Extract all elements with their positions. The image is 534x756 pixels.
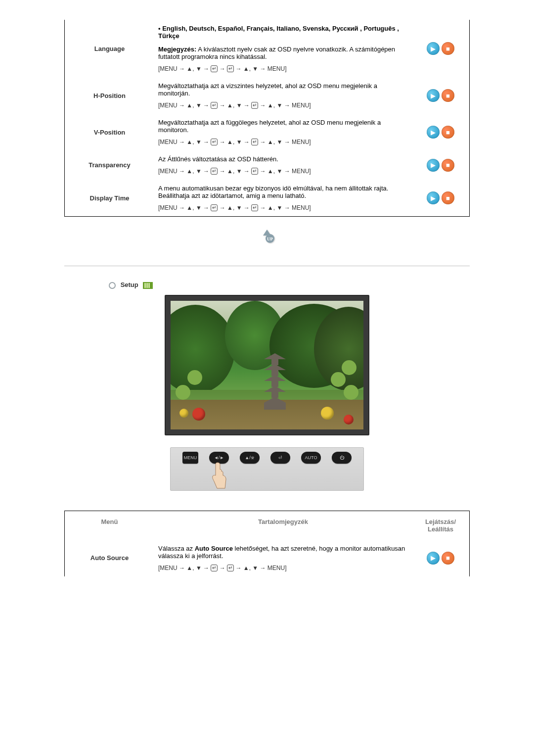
hw-btn-updown[interactable]: ▲/※ bbox=[240, 452, 260, 464]
col-header-content: Tartalomjegyzék bbox=[154, 511, 412, 540]
nav-path-hposition: [MENU → ▲, ▼ → ↵ → ▲, ▼ → ↵ → ▲, ▼ → MEN… bbox=[158, 102, 408, 109]
stop-icon[interactable]: ■ bbox=[442, 42, 454, 55]
play-icon[interactable]: ▶ bbox=[427, 89, 440, 102]
stop-icon[interactable]: ■ bbox=[442, 552, 454, 565]
autosource-text-bold: Auto Source bbox=[195, 545, 233, 552]
hw-btn-enter[interactable]: ⏎ bbox=[270, 452, 290, 464]
play-icon[interactable]: ▶ bbox=[427, 552, 440, 565]
play-stop-group: ▶ ■ bbox=[427, 159, 454, 172]
col-header-play: Lejátszás/ Leállítás bbox=[412, 511, 470, 540]
nav-path-language: [MENU → ▲, ▼ → ↵ → ↵ → ▲, ▼ → MENU] bbox=[158, 65, 408, 72]
svg-text:UP: UP bbox=[267, 236, 273, 241]
row-hposition-label: H-Position bbox=[65, 77, 155, 114]
hposition-text: Megváltoztathatja azt a vizszintes helyz… bbox=[158, 82, 408, 97]
autosource-text-pre: Válassza az bbox=[158, 545, 195, 552]
language-options: English, Deutsch, Español, Français, Ita… bbox=[158, 25, 408, 40]
play-stop-group: ▶ ■ bbox=[427, 89, 454, 102]
vposition-text: Megváltoztathatja azt a függöleges helyz… bbox=[158, 119, 408, 134]
hw-btn-power[interactable]: ⏻ bbox=[332, 452, 352, 464]
stop-icon[interactable]: ■ bbox=[442, 126, 454, 139]
row-autosource-label: Auto Source bbox=[65, 540, 155, 576]
setup-title: Setup bbox=[121, 281, 138, 288]
up-link[interactable]: UP bbox=[64, 227, 470, 246]
row-transparency-label: Transparency bbox=[65, 150, 155, 180]
transparency-text: Az Áttlűnés változtatása az OSD hátterén… bbox=[158, 155, 408, 163]
section-divider bbox=[64, 266, 470, 266]
stop-icon[interactable]: ■ bbox=[442, 89, 454, 102]
nav-path-transparency: [MENU → ▲, ▼ → ↵ → ▲, ▼ → ↵ → ▲, ▼ → MEN… bbox=[158, 168, 408, 175]
displaytime-text: A menu automatikusan bezar egy bizonyos … bbox=[158, 185, 408, 199]
setup-heading: Setup bbox=[64, 281, 470, 289]
setup-tag-icon bbox=[143, 282, 153, 289]
note-label: Megjegyzés: bbox=[158, 46, 196, 53]
row-language-label: Language bbox=[65, 20, 155, 77]
nav-path-vposition: [MENU → ▲, ▼ → ↵ → ▲, ▼ → ↵ → ▲, ▼ → MEN… bbox=[158, 139, 408, 145]
pointing-hand-icon bbox=[208, 462, 228, 491]
play-icon[interactable]: ▶ bbox=[427, 42, 440, 55]
play-stop-group: ▶ ■ bbox=[427, 552, 454, 565]
stop-icon[interactable]: ■ bbox=[442, 159, 454, 172]
play-icon[interactable]: ▶ bbox=[427, 159, 440, 172]
play-icon[interactable]: ▶ bbox=[427, 191, 440, 204]
play-stop-group: ▶ ■ bbox=[427, 42, 454, 55]
hw-btn-auto[interactable]: AUTO bbox=[301, 452, 321, 464]
row-displaytime-label: Display Time bbox=[65, 180, 155, 217]
row-transparency-content: Az Áttlűnés változtatása az OSD hátterén… bbox=[154, 150, 412, 180]
stop-icon[interactable]: ■ bbox=[442, 191, 454, 204]
bullet-icon bbox=[109, 282, 116, 289]
row-vposition-content: Megváltoztathatja azt a függöleges helyz… bbox=[154, 114, 412, 150]
play-stop-group: ▶ ■ bbox=[427, 191, 454, 204]
preview-screen bbox=[165, 295, 369, 435]
row-displaytime-content: A menu automatikusan bezar egy bizonyos … bbox=[154, 180, 412, 217]
col-header-menu: Menü bbox=[65, 511, 155, 540]
hw-btn-menu[interactable]: MENU bbox=[182, 452, 198, 464]
play-icon[interactable]: ▶ bbox=[427, 126, 440, 139]
row-language-content: English, Deutsch, Español, Français, Ita… bbox=[154, 20, 412, 77]
osd-menu-table: Language English, Deutsch, Español, Fran… bbox=[64, 20, 470, 217]
setup-table: Menü Tartalomjegyzék Lejátszás/ Leállítá… bbox=[64, 511, 470, 576]
nav-path-autosource: [MENU → ▲, ▼ → ↵ → ↵ → ▲, ▼ → MENU] bbox=[158, 565, 408, 571]
row-autosource-content: Válassza az Auto Source lehetőséget, ha … bbox=[154, 540, 412, 576]
nav-path-displaytime: [MENU → ▲, ▼ → ↵ → ▲, ▼ → ↵ → ▲, ▼ → MEN… bbox=[158, 204, 408, 211]
row-hposition-content: Megváltoztathatja azt a vizszintes helyz… bbox=[154, 77, 412, 114]
row-vposition-label: V-Position bbox=[65, 114, 155, 150]
monitor-buttons-panel: MENU ◄/► ▲/※ ⏎ AUTO ⏻ bbox=[170, 447, 364, 491]
play-stop-group: ▶ ■ bbox=[427, 126, 454, 139]
